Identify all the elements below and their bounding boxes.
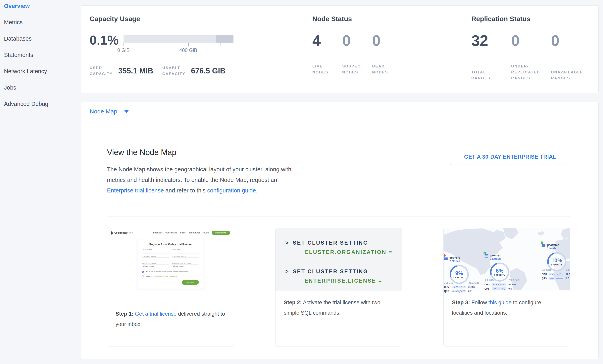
mini-nav-customers: CUSTOMERS xyxy=(165,232,177,234)
sql-enterprise-license: ENTERPRISE.LICENSE = xyxy=(305,278,402,284)
node-map-dropdown[interactable]: Node Map xyxy=(90,108,129,115)
description-text: . xyxy=(256,187,258,194)
sidebar-item-network-latency[interactable]: Network Latency xyxy=(4,68,81,84)
trial-license-site-screenshot: Cockroach LABS PRODUCT CUSTOMERS DOCS RE… xyxy=(107,228,234,302)
node-map-intro-panel: View the Node Map The Node Map shows the… xyxy=(81,121,599,359)
mini-form-title: Register for a 30-day trial license xyxy=(142,243,199,246)
axis-label-0gib: 0 GiB xyxy=(117,47,130,53)
total-ranges-value: 32 xyxy=(471,33,511,48)
sidebar-item-overview[interactable]: Overview xyxy=(4,3,81,19)
sql-set-cluster-setting-2: SET CLUSTER SETTING xyxy=(293,268,368,275)
capacity-usage-card: Capacity Usage 0.1% 0 GiB 400 Gi xyxy=(90,15,312,93)
node-alert-icon xyxy=(443,254,446,257)
get-enterprise-trial-button[interactable]: GET A 30-DAY ENTERPRISE TRIAL xyxy=(450,149,570,165)
node-status-title: Node Status xyxy=(312,15,471,23)
section-divider xyxy=(107,217,570,217)
mini-project-phase-select: Please Select xyxy=(142,265,169,268)
sidebar-item-statements[interactable]: Statements xyxy=(4,52,81,68)
node-map-description: The Node Map shows the geographical layo… xyxy=(107,164,303,196)
capacity-axis-ticks xyxy=(124,43,233,47)
mini-company-email-field xyxy=(172,257,199,261)
mini-checkbox-checked: ✓ xyxy=(142,271,144,273)
mini-download-button: DOWNLOAD xyxy=(212,231,230,235)
node-disks-icon xyxy=(542,244,545,248)
qps-sparkline xyxy=(452,290,466,292)
step-3-caption: Step 3: Follow this guide to configure l… xyxy=(444,291,570,318)
enterprise-trial-license-link[interactable]: Enterprise trial license xyxy=(107,187,164,194)
unavailable-ranges-label: UNAVAILABLERANGES xyxy=(551,69,591,81)
step-2-card: >SET CLUSTER SETTING CLUSTER.ORGANIZATIO… xyxy=(275,228,402,346)
cockroach-bug-icon xyxy=(110,231,113,235)
mini-submit-button: SUBMIT xyxy=(182,280,199,285)
configuration-guide-link[interactable]: configuration guide xyxy=(207,187,256,194)
sidebar-item-advanced-debug[interactable]: Advanced Debug xyxy=(4,101,81,117)
live-nodes-value: 4 xyxy=(312,33,342,48)
capacity-gauge: 6% CAPACITY xyxy=(490,263,509,282)
capacity-bar-used-segment xyxy=(216,35,233,43)
node-healthy-icon: ✓ xyxy=(484,252,486,254)
mini-checkbox-unchecked xyxy=(142,276,144,277)
node-healthy-icon: ✓ xyxy=(541,242,543,244)
sidebar-item-jobs[interactable]: Jobs xyxy=(4,84,81,101)
capacity-gauge: 9% CAPACITY xyxy=(450,265,469,284)
axis-label-400gib: 400 GiB xyxy=(179,47,197,53)
cpu-sparkline xyxy=(549,273,564,276)
live-nodes-label: LIVENODES xyxy=(312,63,342,75)
page-title: View the Node Map xyxy=(107,147,303,157)
description-text: and refer to this xyxy=(164,187,207,194)
chevron-down-icon xyxy=(124,110,129,113)
node-disks-icon xyxy=(485,254,488,258)
map-node-ams: ✓ geo=ams 1 Node 10% CAPACITY 3.6 GiB xyxy=(542,243,570,280)
map-node-sfo: geo=sfo 2 Nodes 9% CAPACITY 3.2 GiB 35.1… xyxy=(444,256,480,293)
sql-commands-illustration: >SET CLUSTER SETTING CLUSTER.ORGANIZATIO… xyxy=(276,228,402,291)
dead-nodes-label: DEADNODES xyxy=(372,63,402,75)
map-node-nyc: ✓ geo=nyc 2 Nodes 6% CAPACITY 3.7 GiB xyxy=(485,254,520,290)
total-ranges-label: TOTALRANGES xyxy=(471,69,511,81)
main-content: Capacity Usage 0.1% 0 GiB 400 Gi xyxy=(81,0,599,359)
this-guide-link[interactable]: this guide xyxy=(488,299,511,306)
qps-sparkline xyxy=(492,287,506,290)
cockroach-labs-logo: Cockroach LABS xyxy=(110,231,133,235)
replication-status-card: Replication Status 32 0 0 TOTALRANGES UN… xyxy=(471,15,598,93)
mini-last-name-field xyxy=(172,250,199,254)
dead-nodes-value: 0 xyxy=(372,33,402,48)
node-map-intro-text: View the Node Map The Node Map shows the… xyxy=(107,147,303,196)
node-disks-icon xyxy=(444,257,448,260)
sql-set-cluster-setting-1: SET CLUSTER SETTING xyxy=(293,240,368,246)
replication-status-title: Replication Status xyxy=(471,15,598,23)
usable-capacity-value: 676.5 GiB xyxy=(191,67,225,75)
capacity-bar xyxy=(124,35,233,43)
cluster-summary-panel: Capacity Usage 0.1% 0 GiB 400 Gi xyxy=(81,5,599,93)
view-selector-bar: Node Map xyxy=(81,102,599,121)
node-map-preview: geo=sfo 2 Nodes 9% CAPACITY 3.2 GiB 35.1… xyxy=(444,228,570,291)
trial-registration-form: Register for a 30-day trial license FIRS… xyxy=(137,239,204,289)
under-replicated-ranges-label: UNDER-REPLICATEDRANGES xyxy=(511,63,551,81)
node-map-dropdown-label: Node Map xyxy=(90,108,117,115)
mini-nav-resources: RESOURCES xyxy=(189,232,200,234)
capacity-bar-chart: 0 GiB 400 GiB xyxy=(124,35,233,53)
mini-nav-blog: BLOG xyxy=(203,232,209,234)
get-trial-license-link[interactable]: Get a trial license xyxy=(135,311,177,317)
sql-cluster-organization: CLUSTER.ORGANIZATION = xyxy=(305,249,402,255)
step-1-card: Cockroach LABS PRODUCT CUSTOMERS DOCS RE… xyxy=(107,228,234,346)
sidebar-item-metrics[interactable]: Metrics xyxy=(4,19,81,35)
step-3-card: geo=sfo 2 Nodes 9% CAPACITY 3.2 GiB 35.1… xyxy=(443,228,570,346)
under-replicated-ranges-value: 0 xyxy=(511,33,551,48)
unavailable-ranges-value: 0 xyxy=(551,33,591,48)
node-status-card: Node Status 4 0 0 LIVENODES SUSPECTNODES… xyxy=(312,15,471,93)
capacity-gauge: 10% CAPACITY xyxy=(547,252,566,271)
suspect-nodes-label: SUSPECTNODES xyxy=(342,63,372,75)
cpu-sparkline xyxy=(452,286,466,288)
description-text: The Node Map shows the geographical layo… xyxy=(107,166,291,183)
step-2-caption: Step 2: Activate the trial license with … xyxy=(276,291,402,318)
usable-capacity-label: USABLECAPACITY xyxy=(162,65,186,77)
sidebar-item-databases[interactable]: Databases xyxy=(4,35,81,52)
used-capacity-value: 355.1 MiB xyxy=(118,67,153,75)
capacity-usage-title: Capacity Usage xyxy=(90,15,312,23)
mini-nav-docs: DOCS xyxy=(180,232,186,234)
used-capacity-label: USEDCAPACITY xyxy=(90,65,113,77)
qps-sparkline xyxy=(549,277,564,280)
sidebar: Overview Metrics Databases Statements Ne… xyxy=(0,0,81,364)
mini-reason-select: Please Select xyxy=(172,265,199,268)
mini-first-name-field xyxy=(142,250,169,254)
